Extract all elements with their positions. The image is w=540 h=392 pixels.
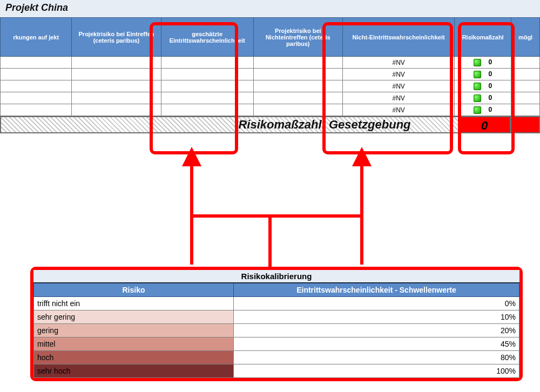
cell[interactable] bbox=[1, 104, 72, 116]
calib-pct[interactable]: 20% bbox=[234, 324, 519, 337]
cell[interactable] bbox=[161, 104, 253, 116]
calib-pct[interactable]: 10% bbox=[234, 310, 519, 324]
cell[interactable] bbox=[1, 69, 72, 80]
col-nicht-eintrittswahrsch[interactable]: Nicht-Eintrittswahrscheinlichkeit bbox=[343, 18, 455, 57]
risk-value: 0 bbox=[489, 94, 492, 102]
cell-nv[interactable]: #NV bbox=[343, 69, 455, 80]
calib-pct[interactable]: 0% bbox=[234, 297, 519, 310]
sheet-title: Projekt China bbox=[5, 2, 68, 13]
col-risiko-nichteintreffen[interactable]: Projektrisiko bei Nichteintreffen (ceter… bbox=[253, 18, 342, 57]
calib-row[interactable]: hoch 80% bbox=[34, 351, 519, 364]
risk-value: 0 bbox=[489, 82, 492, 90]
calib-label[interactable]: gering bbox=[34, 324, 234, 337]
col-moegl[interactable]: mögl bbox=[511, 18, 540, 57]
col-eintrittswahrsch[interactable]: geschätzte Eintrittswahrscheinlichkeit bbox=[161, 18, 253, 57]
cell[interactable] bbox=[253, 104, 342, 116]
calib-row[interactable]: sehr hoch 100% bbox=[34, 364, 519, 378]
cell[interactable] bbox=[253, 80, 342, 92]
status-icon bbox=[474, 94, 481, 102]
cell[interactable] bbox=[161, 57, 253, 69]
cell[interactable] bbox=[72, 57, 161, 69]
cell[interactable] bbox=[1, 92, 72, 104]
cell-nv[interactable]: #NV bbox=[343, 57, 455, 69]
col-risiko-eintreffen[interactable]: Projektrisiko bei Eintreffen (ceteris pa… bbox=[72, 18, 161, 57]
summary-label: Risikomaßzahl: Gesetzgebung bbox=[192, 116, 457, 133]
cell-risk[interactable]: 0 bbox=[455, 92, 511, 104]
table-row[interactable]: #NV 0 bbox=[1, 80, 540, 92]
calib-col-risiko[interactable]: Risiko bbox=[34, 283, 234, 297]
calib-pct[interactable]: 100% bbox=[234, 364, 519, 378]
cell[interactable] bbox=[511, 104, 540, 116]
cell-risk[interactable]: 0 bbox=[455, 69, 511, 80]
cell[interactable] bbox=[161, 92, 253, 104]
calib-label[interactable]: sehr gering bbox=[34, 310, 234, 324]
risk-sheet: Projekt China rkungen auf jekt Projektri… bbox=[0, 0, 540, 138]
cell[interactable] bbox=[161, 69, 253, 80]
summary-row: Risikomaßzahl: Gesetzgebung 0 bbox=[0, 116, 540, 138]
header-row: rkungen auf jekt Projektrisiko bei Eintr… bbox=[1, 18, 540, 57]
calib-row[interactable]: mittel 45% bbox=[34, 337, 519, 351]
calib-pct[interactable]: 45% bbox=[234, 337, 519, 351]
calib-row[interactable]: trifft nicht ein 0% bbox=[34, 297, 519, 310]
risk-value: 0 bbox=[489, 106, 492, 113]
cell[interactable] bbox=[72, 92, 161, 104]
risk-value: 0 bbox=[489, 58, 492, 66]
calibration-table[interactable]: Risiko Eintrittswahrscheinlichkeit - Sch… bbox=[33, 283, 519, 378]
cell[interactable] bbox=[511, 69, 540, 80]
cell[interactable] bbox=[1, 57, 72, 69]
cell-risk[interactable]: 0 bbox=[455, 104, 511, 116]
cell[interactable] bbox=[1, 80, 72, 92]
sheet-title-bar: Projekt China bbox=[0, 0, 540, 17]
cell[interactable] bbox=[511, 92, 540, 104]
calib-label[interactable]: hoch bbox=[34, 351, 234, 364]
status-icon bbox=[474, 83, 481, 90]
calib-row[interactable]: sehr gering 10% bbox=[34, 310, 519, 324]
risk-table-body: #NV 0 #NV 0 bbox=[1, 57, 540, 116]
cell[interactable] bbox=[253, 57, 342, 69]
calib-label[interactable]: mittel bbox=[34, 337, 234, 351]
calib-label[interactable]: trifft nicht ein bbox=[34, 297, 234, 310]
status-icon bbox=[474, 71, 481, 78]
table-row[interactable]: #NV 0 bbox=[1, 69, 540, 80]
calib-row[interactable]: gering 20% bbox=[34, 324, 519, 337]
cell-nv[interactable]: #NV bbox=[343, 104, 455, 116]
cell-risk[interactable]: 0 bbox=[455, 57, 511, 69]
cell[interactable] bbox=[72, 104, 161, 116]
calibration-panel: Risikokalibrierung Risiko Eintrittswahrs… bbox=[30, 267, 523, 381]
risk-table[interactable]: rkungen auf jekt Projektrisiko bei Eintr… bbox=[0, 17, 540, 116]
table-row[interactable]: #NV 0 bbox=[1, 92, 540, 104]
cell[interactable] bbox=[511, 80, 540, 92]
summary-value-cell[interactable]: 0 bbox=[458, 116, 511, 133]
calib-col-schwellenwerte[interactable]: Eintrittswahrscheinlichkeit - Schwellenw… bbox=[234, 283, 519, 297]
table-row[interactable]: #NV 0 bbox=[1, 57, 540, 69]
summary-value-cell-2[interactable] bbox=[511, 116, 540, 133]
col-auswirkungen[interactable]: rkungen auf jekt bbox=[1, 18, 72, 57]
status-icon bbox=[474, 59, 481, 66]
risk-value: 0 bbox=[489, 70, 492, 78]
col-risikomasszahl[interactable]: Risikomaßzahl bbox=[455, 18, 511, 57]
calib-label[interactable]: sehr hoch bbox=[34, 364, 234, 378]
status-icon bbox=[474, 106, 481, 114]
cell-nv[interactable]: #NV bbox=[343, 92, 455, 104]
cell[interactable] bbox=[72, 69, 161, 80]
cell[interactable] bbox=[511, 57, 540, 69]
cell[interactable] bbox=[253, 92, 342, 104]
cell[interactable] bbox=[253, 69, 342, 80]
calibration-title: Risikokalibrierung bbox=[33, 270, 519, 283]
cell[interactable] bbox=[161, 80, 253, 92]
cell[interactable] bbox=[72, 80, 161, 92]
calib-pct[interactable]: 80% bbox=[234, 351, 519, 364]
cell-risk[interactable]: 0 bbox=[455, 80, 511, 92]
cell-nv[interactable]: #NV bbox=[343, 80, 455, 92]
table-row[interactable]: #NV 0 bbox=[1, 104, 540, 116]
